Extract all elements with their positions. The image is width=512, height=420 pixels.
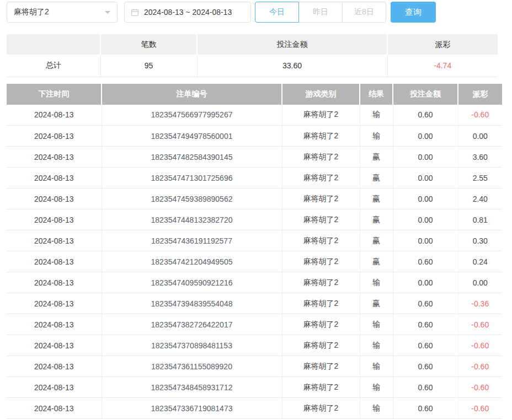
bet-id-cell: 1823547494978560001 xyxy=(102,126,282,147)
toolbar: 麻将胡了2 2024-08-13 ~ 2024-08-13 今日 昨日 近8日 … xyxy=(7,2,505,23)
bet-time-cell: 2024-08-13 xyxy=(7,272,102,293)
game-type-cell: 麻将胡了2 xyxy=(282,105,360,126)
game-select[interactable]: 麻将胡了2 xyxy=(7,2,118,23)
table-row: 2024-08-13 1823547482584390145 麻将胡了2 赢 0… xyxy=(7,147,502,168)
summary-header-payout: 派彩 xyxy=(387,34,498,55)
game-type-cell: 麻将胡了2 xyxy=(282,230,360,251)
table-row: 2024-08-13 1823547409590921216 麻将胡了2 输 0… xyxy=(7,272,502,293)
bet-id-cell: 1823547394839554048 xyxy=(102,293,282,314)
summary-payout-value: -4.74 xyxy=(387,55,498,77)
bet-id-cell: 1823547370898481153 xyxy=(102,335,282,356)
table-row: 2024-08-13 1823547336719081473 麻将胡了2 输 0… xyxy=(7,398,502,419)
bet-id-cell: 1823547436191192577 xyxy=(102,230,282,251)
table-row: 2024-08-13 1823547566977995267 麻将胡了2 输 0… xyxy=(7,105,502,126)
payout-cell: 0.00 xyxy=(458,272,502,293)
result-cell: 赢 xyxy=(360,168,393,189)
summary-header-blank xyxy=(7,34,100,55)
bet-id-cell: 1823547471301725696 xyxy=(102,168,282,189)
bet-id-cell: 1823547482584390145 xyxy=(102,147,282,168)
bet-time-cell: 2024-08-13 xyxy=(7,189,102,209)
column-header-bet-amount: 投注金额 xyxy=(393,84,458,105)
table-row: 2024-08-13 1823547494978560001 麻将胡了2 输 0… xyxy=(7,126,502,147)
quick-filter-button[interactable]: 近8日 xyxy=(342,2,386,23)
bet-id-cell: 1823547459389890562 xyxy=(102,189,282,209)
column-header-payout: 派彩 xyxy=(458,84,502,105)
result-cell: 输 xyxy=(360,314,393,335)
bet-amount-cell: 0.60 xyxy=(393,377,458,398)
summary-table: 笔数 投注金额 派彩 总计 95 33.60 -4.74 xyxy=(7,34,498,77)
result-cell: 赢 xyxy=(360,189,393,209)
result-cell: 输 xyxy=(360,377,393,398)
result-cell: 输 xyxy=(360,105,393,126)
chevron-down-icon xyxy=(105,11,110,17)
bet-amount-cell: 0.00 xyxy=(393,230,458,251)
bet-id-cell: 1823547336719081473 xyxy=(102,398,282,419)
table-row: 2024-08-13 1823547361155089920 麻将胡了2 输 0… xyxy=(7,356,502,377)
payout-cell: -0.60 xyxy=(458,356,502,377)
game-type-cell: 麻将胡了2 xyxy=(282,189,360,209)
bet-amount-cell: 0.60 xyxy=(393,356,458,377)
bet-amount-cell: 0.60 xyxy=(393,398,458,419)
bet-amount-cell: 0.60 xyxy=(393,293,458,314)
summary-header-count: 笔数 xyxy=(100,34,197,55)
betting-records-page: 麻将胡了2 2024-08-13 ~ 2024-08-13 今日 昨日 近8日 … xyxy=(0,0,512,419)
payout-cell: 0.24 xyxy=(458,251,502,272)
result-cell: 赢 xyxy=(360,293,393,314)
bet-time-cell: 2024-08-13 xyxy=(7,335,102,356)
table-row: 2024-08-13 1823547436191192577 麻将胡了2 赢 0… xyxy=(7,230,502,251)
column-header-result: 结果 xyxy=(360,84,393,105)
payout-cell: 2.55 xyxy=(458,168,502,189)
summary-bet-amount-value: 33.60 xyxy=(197,55,387,77)
bet-time-cell: 2024-08-13 xyxy=(7,377,102,398)
table-row: 2024-08-13 1823547448132382720 麻将胡了2 赢 0… xyxy=(7,209,502,230)
bet-time-cell: 2024-08-13 xyxy=(7,126,102,147)
date-range-input[interactable]: 2024-08-13 ~ 2024-08-13 xyxy=(124,2,251,23)
game-type-cell: 麻将胡了2 xyxy=(282,147,360,168)
bet-time-cell: 2024-08-13 xyxy=(7,356,102,377)
column-header-game-type: 游戏类别 xyxy=(282,84,360,105)
bet-id-cell: 1823547566977995267 xyxy=(102,105,282,126)
bet-time-cell: 2024-08-13 xyxy=(7,293,102,314)
bet-time-cell: 2024-08-13 xyxy=(7,209,102,230)
calendar-icon xyxy=(131,8,139,17)
game-type-cell: 麻将胡了2 xyxy=(282,293,360,314)
payout-cell: -0.60 xyxy=(458,335,502,356)
bet-time-cell: 2024-08-13 xyxy=(7,398,102,419)
table-row: 2024-08-13 1823547348458931712 麻将胡了2 输 0… xyxy=(7,377,502,398)
summary-total-label: 总计 xyxy=(7,55,100,77)
bet-time-cell: 2024-08-13 xyxy=(7,230,102,251)
table-row: 2024-08-13 1823547421204949505 麻将胡了2 赢 0… xyxy=(7,251,502,272)
result-cell: 输 xyxy=(360,272,393,293)
summary-total-row: 总计 95 33.60 -4.74 xyxy=(7,55,498,77)
game-type-cell: 麻将胡了2 xyxy=(282,251,360,272)
payout-cell: 2.40 xyxy=(458,189,502,209)
game-type-cell: 麻将胡了2 xyxy=(282,356,360,377)
result-cell: 输 xyxy=(360,335,393,356)
quick-filter-button[interactable]: 今日 xyxy=(255,2,299,23)
table-row: 2024-08-13 1823547459389890562 麻将胡了2 赢 0… xyxy=(7,189,502,209)
result-cell: 输 xyxy=(360,126,393,147)
bet-amount-cell: 0.60 xyxy=(393,105,458,126)
bet-time-cell: 2024-08-13 xyxy=(7,168,102,189)
table-row: 2024-08-13 1823547370898481153 麻将胡了2 输 0… xyxy=(7,335,502,356)
bet-id-cell: 1823547409590921216 xyxy=(102,272,282,293)
payout-cell: 0.00 xyxy=(458,126,502,147)
payout-cell: -0.60 xyxy=(458,398,502,419)
game-type-cell: 麻将胡了2 xyxy=(282,335,360,356)
payout-cell: 0.30 xyxy=(458,230,502,251)
bet-id-cell: 1823547348458931712 xyxy=(102,377,282,398)
query-button[interactable]: 查询 xyxy=(391,2,436,23)
game-type-cell: 麻将胡了2 xyxy=(282,314,360,335)
quick-filter-button[interactable]: 昨日 xyxy=(298,2,343,23)
bet-time-cell: 2024-08-13 xyxy=(7,147,102,168)
result-cell: 输 xyxy=(360,356,393,377)
result-cell: 赢 xyxy=(360,147,393,168)
result-cell: 输 xyxy=(360,398,393,419)
date-range-value: 2024-08-13 ~ 2024-08-13 xyxy=(144,8,232,17)
bet-amount-cell: 0.60 xyxy=(393,335,458,356)
bet-time-cell: 2024-08-13 xyxy=(7,251,102,272)
table-row: 2024-08-13 1823547394839554048 麻将胡了2 赢 0… xyxy=(7,293,502,314)
bet-time-cell: 2024-08-13 xyxy=(7,314,102,335)
records-table: 下注时间 注单编号 游戏类别 结果 投注金额 派彩 2024-08-13 182… xyxy=(7,84,502,419)
bet-amount-cell: 0.00 xyxy=(393,209,458,230)
